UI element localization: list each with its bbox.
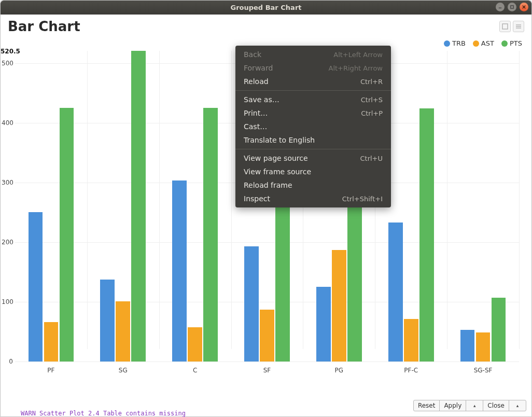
bar-C-PTS[interactable] [203,108,218,362]
y-tick-label: 200 [2,239,13,246]
legend-label: TRB [452,39,466,47]
context-menu-item-view-page-source[interactable]: View page sourceCtrl+U [235,151,391,165]
y-tick-label: 500 [2,60,13,67]
context-menu: BackAlt+Left ArrowForwardAlt+Right Arrow… [235,46,391,207]
x-tick-label: PF-C [404,367,418,374]
subplot-single-icon[interactable] [499,21,511,32]
context-menu-label: Translate to English [244,136,315,144]
legend-swatch [444,40,450,47]
bar-PF-C-PTS[interactable] [419,108,434,362]
x-axis-labels: PFSGCSFPGPF-CSG-SF [15,364,519,374]
bar-SG-TRB[interactable] [100,280,115,362]
context-menu-item-forward: ForwardAlt+Right Arrow [235,61,391,75]
minimize-icon [498,5,502,9]
gridline [15,362,519,362]
context-menu-item-save-as[interactable]: Save as…Ctrl+S [235,93,391,106]
bar-SF-AST[interactable] [260,310,274,362]
x-tick-label: PG [335,367,344,374]
bar-SG-SF-TRB[interactable] [460,330,475,362]
x-tick-label: C [193,367,197,374]
x-tick-label: SF [263,367,271,374]
context-menu-item-reload-frame[interactable]: Reload frame [235,178,391,192]
bar-PF-PTS[interactable] [60,108,74,362]
close-icon [522,5,526,9]
category-divider [519,51,520,349]
context-menu-label: Cast… [244,122,267,131]
category-divider [159,51,160,349]
context-menu-accel: Ctrl+S [361,96,383,104]
subplot-multi-icon[interactable] [513,21,524,32]
context-menu-label: Print… [244,109,268,117]
legend-label: PTS [510,39,522,47]
bar-PF-C-TRB[interactable] [388,223,403,362]
toolbar-mode-icons [499,21,524,32]
legend: TRBASTPTS [444,39,522,47]
context-menu-label: View frame source [244,168,311,176]
context-menu-item-back: BackAlt+Left Arrow [235,48,391,61]
context-menu-accel: Ctrl+U [360,155,383,162]
category-divider [231,51,232,349]
chart-header: Bar Chart [8,19,524,34]
legend-swatch [501,40,508,47]
context-menu-label: Inspect [244,194,270,203]
maximize-icon [510,5,514,9]
bar-PF-C-AST[interactable] [404,319,418,362]
context-menu-item-view-frame-source[interactable]: View frame source [235,165,391,178]
y-tick-label: 0 [2,358,13,365]
context-menu-item-inspect[interactable]: InspectCtrl+Shift+I [235,192,391,205]
x-tick-label: SG-SF [474,367,493,374]
legend-swatch [473,40,479,47]
category-divider [447,51,447,349]
context-menu-accel: Ctrl+R [360,78,383,86]
bar-SG-SF-PTS[interactable] [492,298,506,362]
bar-SG-PTS[interactable] [131,51,146,362]
bar-PG-AST[interactable] [332,250,346,362]
context-menu-label: Reload frame [244,181,292,189]
gridline [15,242,519,243]
bar-PF-AST[interactable] [44,322,59,362]
legend-item-ast[interactable]: AST [473,39,494,47]
minimize-button[interactable] [496,3,505,11]
context-menu-label: Reload [244,77,269,86]
legend-label: AST [481,39,494,47]
context-menu-item-print[interactable]: Print…Ctrl+P [235,106,391,120]
x-tick-label: SG [119,367,128,374]
console-warn-line: WARN Scatter Plot 2.4 Table contains mis… [21,410,532,417]
context-menu-item-cast[interactable]: Cast… [235,120,391,133]
context-menu-separator [235,90,391,91]
titlebar: Grouped Bar Chart [1,1,531,15]
category-divider [87,51,88,349]
peak-label: 520.5 [1,48,20,55]
y-tick-label: 100 [2,298,13,305]
context-menu-item-reload[interactable]: ReloadCtrl+R [235,75,391,88]
context-menu-item-translate-to-english[interactable]: Translate to English [235,133,391,147]
content-area: Bar Chart TRBASTPTS 0100200300400500 PFS… [1,15,531,416]
context-menu-accel: Alt+Right Arrow [328,64,383,72]
context-menu-separator [235,149,391,149]
context-menu-accel: Alt+Left Arrow [333,51,383,59]
context-menu-label: View page source [244,154,308,162]
context-menu-accel: Ctrl+Shift+I [342,195,383,203]
bar-PG-TRB[interactable] [316,287,331,362]
context-menu-label: Save as… [244,95,279,104]
bar-SF-TRB[interactable] [244,246,259,362]
bar-C-TRB[interactable] [172,180,187,362]
maximize-button[interactable] [508,3,516,11]
y-tick-label: 400 [2,119,13,127]
legend-item-pts[interactable]: PTS [501,39,522,47]
context-menu-label: Back [244,50,261,59]
window-buttons [496,3,528,11]
chart-title: Bar Chart [8,19,80,34]
bar-SG-AST[interactable] [116,301,130,362]
close-button[interactable] [520,3,528,11]
bar-SG-SF-AST[interactable] [476,332,491,362]
bar-PF-TRB[interactable] [29,212,43,362]
window-title: Grouped Bar Chart [230,4,301,11]
gridline [15,302,519,302]
bar-C-AST[interactable] [188,327,202,362]
x-tick-label: PF [47,367,54,374]
legend-item-trb[interactable]: TRB [444,39,466,47]
svg-rect-4 [502,24,508,29]
context-menu-label: Forward [244,64,273,72]
svg-rect-1 [511,6,513,8]
